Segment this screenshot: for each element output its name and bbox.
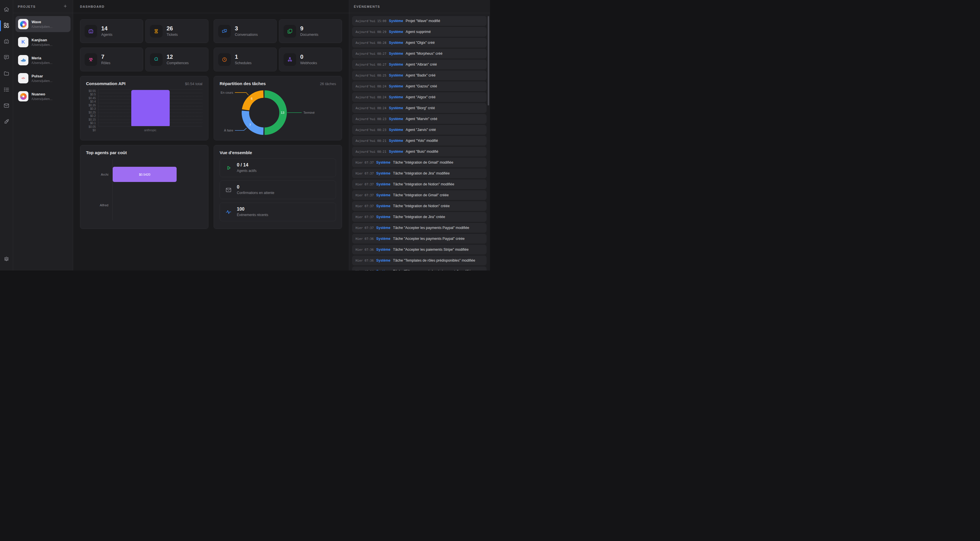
stat-card-documents: 9Documents: [279, 19, 342, 43]
gridline: [99, 89, 202, 90]
y-tick: $0.05: [89, 125, 96, 129]
overview-label: Confirmations en attente: [237, 191, 274, 195]
event-source: Système: [376, 215, 390, 219]
rail-item-robot[interactable]: [0, 35, 13, 49]
y-tick: $0.4: [90, 100, 96, 103]
rail-item-grid-plus[interactable]: [0, 19, 13, 33]
event-message: Agent supprimé: [406, 30, 431, 34]
project-item-pulsar[interactable]: </>Pulsar/Users/julien...: [16, 70, 70, 86]
event-row: Hier 07:36SystèmeTâche "Templates de rôl…: [352, 255, 487, 265]
event-time: Hier 07:36: [356, 270, 374, 271]
add-project-button[interactable]: [62, 3, 68, 10]
event-time: Hier 07:36: [356, 237, 374, 240]
overview-row: 0 / 14Agents actifs: [220, 159, 336, 177]
event-time: Aujourd'hui 08:24: [356, 106, 386, 110]
event-message: Tâche "Accepter les payments Paypal" mod…: [393, 226, 469, 230]
task-donut-chart: 13Terminé7À faire6En cours: [220, 88, 336, 138]
event-row: Hier 07:36SystèmeTâche "Accepter les pai…: [352, 245, 487, 254]
y-tick: $0.35: [89, 104, 96, 107]
rail-item-checklist[interactable]: [0, 83, 13, 97]
event-source: Système: [376, 247, 390, 252]
page-title: DASHBOARD: [80, 5, 105, 8]
project-name: Nuaneo: [32, 92, 52, 96]
project-item-meria[interactable]: Meria/Users/julien...: [16, 52, 70, 68]
stat-card-rôles: 7Rôles: [80, 48, 143, 71]
stat-card-schedules: 1Schedules: [213, 48, 277, 71]
event-time: Aujourd'hui 08:24: [356, 84, 386, 88]
stat-label: Agents: [101, 33, 112, 36]
stat-label: Schedules: [235, 61, 251, 65]
event-row: Hier 07:36SystèmeTâche "Accepter les pay…: [352, 234, 487, 244]
webhook-icon: [283, 53, 296, 66]
project-name: Meria: [32, 56, 52, 60]
event-source: Système: [376, 171, 390, 175]
puzzle-icon: [150, 53, 162, 66]
event-row: Aujourd'hui 08:24SystèmeAgent "Gazou" cr…: [352, 81, 487, 91]
event-time: Hier 07:36: [356, 259, 374, 262]
event-row: Aujourd'hui 08:24SystèmeAgent "Biorg" cr…: [352, 103, 487, 113]
project-list: Wave/Users/julien...KKanjisan/Users/juli…: [13, 13, 73, 109]
rail-item-home[interactable]: [0, 3, 13, 17]
settings-button[interactable]: [0, 253, 13, 267]
event-source: Système: [376, 182, 390, 186]
project-logo: </>: [18, 73, 29, 83]
hbar-row-archi: Archi$0.5420: [86, 159, 202, 190]
stat-label: Documents: [300, 33, 318, 36]
grid-plus-icon: [3, 22, 10, 30]
project-path: /Users/julien...: [32, 97, 52, 101]
category-label: Archi: [86, 173, 112, 176]
y-tick: $0.45: [89, 97, 96, 100]
event-row: Hier 07:37SystèmeTâche "Intégration de G…: [352, 190, 487, 200]
project-item-wave[interactable]: Wave/Users/julien...: [16, 16, 70, 32]
bar-track: [112, 190, 202, 221]
api-consumption-chart: $0.55$0.5$0.45$0.4$0.35$0.3$0.25$0.2$0.1…: [86, 89, 202, 132]
event-time: Hier 07:37: [356, 171, 374, 175]
stat-pair: 7Rôles12Compétences: [80, 48, 208, 71]
event-time: Hier 07:37: [356, 161, 374, 164]
events-scrollbar[interactable]: [488, 16, 489, 105]
robot-icon: [3, 38, 10, 46]
task-distribution-card: Répartition des tâches 26 tâches 13Termi…: [213, 76, 342, 140]
event-time: Hier 07:37: [356, 226, 374, 230]
project-item-kanjisan[interactable]: KKanjisan/Users/julien...: [16, 34, 70, 50]
event-source: Système: [389, 84, 403, 88]
event-row: Aujourd'hui 08:28SystèmeAgent "Olgix" cr…: [352, 38, 487, 48]
event-source: Système: [376, 204, 390, 208]
donut-slice-en-cours: [246, 94, 264, 110]
event-source: Système: [389, 128, 403, 132]
event-row: Aujourd'hui 08:24SystèmeAgent "Algox" cr…: [352, 92, 487, 102]
rail-item-folder[interactable]: [0, 67, 13, 81]
event-source: Système: [389, 95, 403, 99]
overview-value: 0: [237, 185, 274, 189]
rail-item-chat[interactable]: [0, 51, 13, 65]
rail-item-mail[interactable]: [0, 99, 13, 113]
event-message: Tâche "Intégration de Notion" créée: [393, 204, 450, 208]
event-message: Agent "Buio" modifié: [406, 149, 438, 154]
charts-row-2: Top agents par coût Archi$0.5420Alfred V…: [80, 145, 342, 229]
mail-icon: [3, 103, 10, 110]
event-source: Système: [389, 139, 403, 143]
stat-value: 12: [167, 54, 189, 60]
overview-value: 100: [237, 207, 268, 211]
stat-card-compétences: 12Compétences: [145, 48, 208, 71]
event-message: Agent "Morpheus" créé: [406, 52, 442, 56]
event-source: Système: [389, 62, 403, 67]
rail-item-rocket[interactable]: [0, 115, 13, 129]
top-agents-title: Top agents par coût: [86, 150, 127, 155]
donut-label: À faire: [224, 129, 233, 132]
conversations-icon: [218, 25, 231, 38]
event-row: Hier 07:37SystèmeTâche "Intégration de J…: [352, 168, 487, 178]
donut-slice-à-faire: [245, 111, 264, 131]
stat-value: 3: [235, 25, 258, 31]
event-message: Agent "Marvin" créé: [406, 117, 437, 121]
event-time: Aujourd'hui 08:27: [356, 52, 386, 55]
stat-value: 9: [300, 25, 318, 31]
event-message: Tâche "Accepter les payments Paypal" cré…: [393, 237, 465, 241]
event-row: Aujourd'hui 08:27SystèmeAgent "Albran" c…: [352, 60, 487, 69]
projects-header: PROJETS: [13, 0, 73, 13]
event-source: Système: [389, 30, 403, 34]
donut-label: En cours: [221, 91, 233, 94]
project-item-nuaneo[interactable]: Nuaneo/Users/julien...: [16, 88, 70, 104]
stat-pair: 3Conversations9Documents: [213, 19, 342, 43]
folder-icon: [3, 70, 10, 78]
